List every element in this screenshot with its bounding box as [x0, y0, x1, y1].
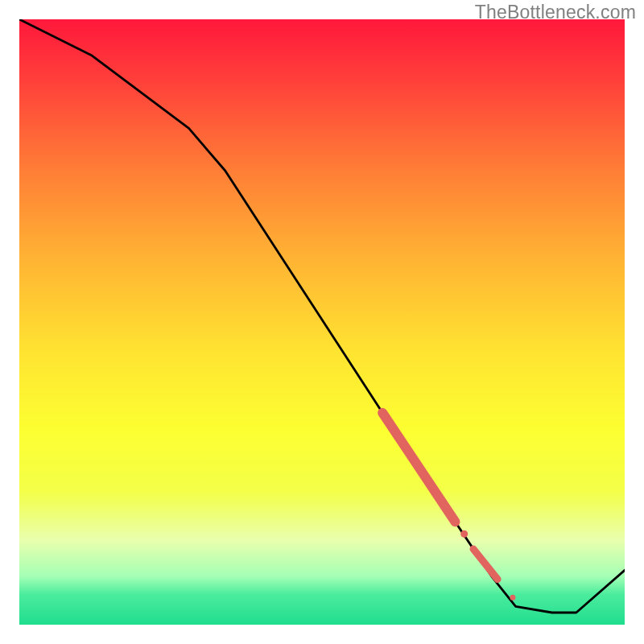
plot-svg [19, 19, 625, 625]
plot-area [19, 19, 625, 625]
segment-dot-2 [510, 595, 515, 601]
gradient-background [19, 19, 625, 625]
segment-dot-1 [460, 530, 468, 538]
chart-container: TheBottleneck.com [0, 0, 644, 644]
